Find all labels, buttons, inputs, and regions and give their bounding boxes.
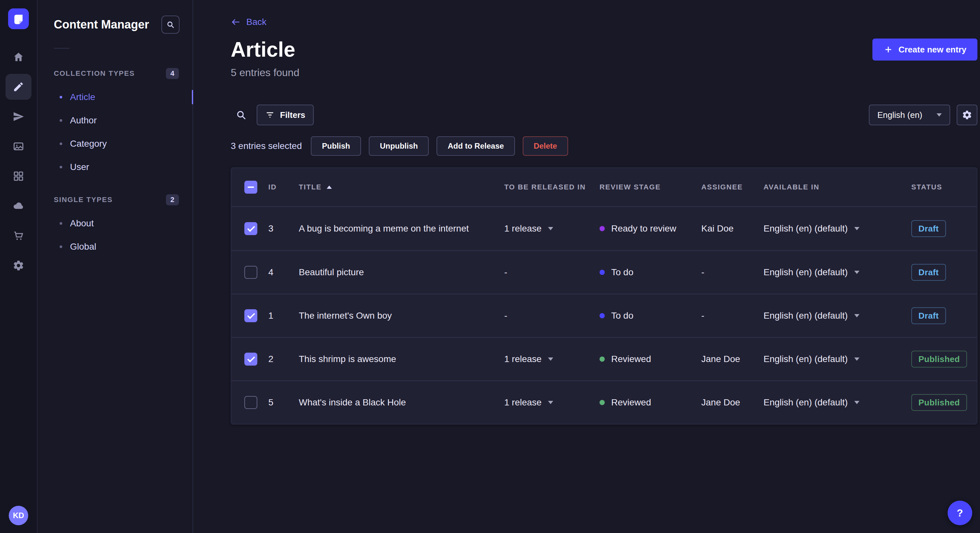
sidebar-item-label: About: [70, 218, 94, 228]
cell-review-stage: Reviewed: [600, 397, 701, 408]
nav-deploy-button[interactable]: [5, 193, 32, 219]
sidebar-item-label: Category: [70, 139, 107, 149]
releases-icon: [13, 111, 24, 122]
release-dropdown[interactable]: 1 release: [504, 397, 600, 408]
help-icon: ?: [957, 507, 963, 519]
locale-select-value: English (en): [877, 110, 922, 120]
stage-label: To do: [611, 267, 633, 278]
sidebar-item-category[interactable]: Category: [38, 132, 192, 155]
cell-assignee: -: [701, 267, 764, 278]
sidebar-item-about[interactable]: About: [38, 212, 192, 235]
selection-count: 3 entries selected: [231, 141, 302, 151]
content-manager-subnav: Content Manager COLLECTION TYPES 4 Artic…: [38, 0, 193, 533]
help-button[interactable]: ?: [948, 501, 972, 525]
publish-button[interactable]: Publish: [311, 136, 361, 156]
cell-id: 5: [268, 397, 299, 408]
section-label: COLLECTION TYPES: [54, 69, 135, 78]
locale-dropdown[interactable]: English (en) (default): [764, 397, 911, 408]
bullet-icon: [60, 119, 62, 122]
nav-settings-button[interactable]: [5, 252, 32, 279]
table-row[interactable]: 3 A bug is becoming a meme on the intern…: [231, 207, 977, 250]
home-icon: [13, 51, 24, 63]
row-checkbox[interactable]: [244, 396, 257, 409]
entries-count: 5 entries found: [231, 67, 977, 79]
chevron-down-icon: [854, 314, 859, 317]
row-checkbox[interactable]: [244, 309, 257, 322]
strapi-logo[interactable]: [8, 8, 29, 29]
add-to-release-button[interactable]: Add to Release: [436, 136, 515, 156]
cell-review-stage: To do: [600, 267, 701, 278]
main-nav: KD: [0, 0, 38, 533]
create-button-label: Create new entry: [898, 45, 966, 55]
plus-icon: [883, 45, 893, 54]
select-all-checkbox[interactable]: [244, 181, 257, 194]
sidebar-item-label: Author: [70, 115, 97, 125]
create-new-entry-button[interactable]: Create new entry: [872, 38, 977, 60]
column-header-title-label: TITLE: [299, 183, 321, 191]
search-icon: [235, 109, 247, 121]
locale-label: English (en) (default): [764, 397, 848, 408]
sidebar-item-author[interactable]: Author: [38, 109, 192, 132]
locale-dropdown[interactable]: English (en) (default): [764, 267, 911, 278]
release-dropdown[interactable]: -: [504, 311, 600, 321]
cell-title: A bug is becoming a meme on the internet: [299, 224, 504, 234]
sidebar-item-user[interactable]: User: [38, 155, 192, 179]
filters-label: Filters: [280, 110, 305, 120]
delete-button[interactable]: Delete: [523, 136, 568, 156]
main-content: Back Article Create new entry 5 entries …: [193, 0, 980, 533]
row-checkbox[interactable]: [244, 266, 257, 279]
back-label: Back: [246, 17, 266, 27]
cell-assignee: Kai Doe: [701, 224, 764, 234]
locale-dropdown[interactable]: English (en) (default): [764, 354, 911, 364]
column-header-title[interactable]: TITLE: [299, 183, 504, 191]
search-icon: [166, 21, 175, 29]
back-link[interactable]: Back: [231, 17, 266, 27]
sidebar-item-article[interactable]: Article: [38, 86, 192, 109]
row-checkbox[interactable]: [244, 353, 257, 366]
search-button[interactable]: [231, 105, 251, 125]
nav-media-library-button[interactable]: [5, 133, 32, 159]
stage-dot-icon: [600, 400, 605, 405]
filters-button[interactable]: Filters: [257, 105, 314, 125]
stage-dot-icon: [600, 270, 605, 275]
chevron-down-icon: [548, 227, 553, 230]
table-row[interactable]: 5 What's inside a Black Hole 1 release R…: [231, 381, 977, 424]
cloud-icon: [13, 200, 24, 212]
release-dropdown[interactable]: -: [504, 267, 600, 278]
release-dropdown[interactable]: 1 release: [504, 224, 600, 234]
chevron-down-icon: [548, 357, 553, 361]
page-title: Article: [231, 38, 295, 62]
status-badge: Published: [911, 394, 967, 411]
column-header-review-stage: REVIEW STAGE: [600, 183, 701, 191]
table-row[interactable]: 1 The internet's Own boy - To do - Engli…: [231, 294, 977, 337]
locale-dropdown[interactable]: English (en) (default): [764, 224, 911, 234]
cell-id: 1: [268, 311, 299, 321]
main-nav-icons: [5, 44, 32, 279]
nav-content-manager-button[interactable]: [5, 74, 32, 100]
unpublish-button[interactable]: Unpublish: [369, 136, 429, 156]
table-row[interactable]: 4 Beautiful picture - To do - English (e…: [231, 250, 977, 294]
subnav-title: Content Manager: [54, 18, 149, 32]
row-checkbox[interactable]: [244, 222, 257, 235]
nav-marketplace-button[interactable]: [5, 223, 32, 249]
selection-bar: 3 entries selected Publish Unpublish Add…: [231, 136, 977, 156]
nav-home-button[interactable]: [5, 44, 32, 70]
user-avatar[interactable]: KD: [9, 506, 28, 525]
table-row[interactable]: 2 This shrimp is awesome 1 release Revie…: [231, 337, 977, 381]
locale-select[interactable]: English (en): [869, 105, 950, 125]
nav-content-type-builder-button[interactable]: [5, 163, 32, 189]
status-badge: Draft: [911, 307, 946, 324]
strapi-logo-icon: [13, 13, 24, 25]
locale-dropdown[interactable]: English (en) (default): [764, 311, 911, 321]
status-badge: Published: [911, 351, 967, 368]
subnav-search-button[interactable]: [161, 16, 180, 34]
sidebar-item-global[interactable]: Global: [38, 235, 192, 259]
view-settings-button[interactable]: [957, 105, 977, 125]
list-toolbar: Filters English (en): [231, 105, 977, 125]
nav-releases-button[interactable]: [5, 104, 32, 130]
chevron-down-icon: [937, 113, 942, 117]
release-dropdown[interactable]: 1 release: [504, 354, 600, 364]
section-count-badge: 2: [166, 194, 179, 205]
stage-dot-icon: [600, 313, 605, 318]
stage-label: Ready to review: [611, 224, 676, 234]
